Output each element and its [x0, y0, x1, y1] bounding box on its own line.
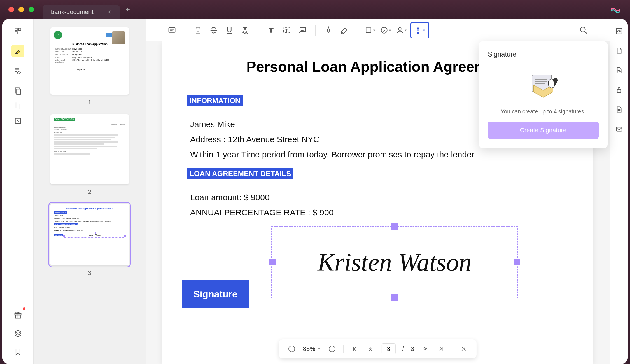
tab-close-icon[interactable]: × — [108, 8, 111, 16]
pdfa-icon[interactable]: F/A — [613, 64, 626, 77]
svg-rect-8 — [169, 27, 175, 32]
new-tab-button[interactable]: + — [125, 5, 130, 14]
svg-point-14 — [398, 27, 401, 30]
title-bar: bank-document × + — [0, 0, 630, 19]
pen-tool-icon[interactable] — [322, 24, 335, 37]
crop-tool-icon[interactable] — [11, 99, 24, 112]
popup-title: Signature — [488, 50, 599, 64]
left-tool-rail — [2, 19, 34, 364]
highlight-tool-icon[interactable] — [11, 45, 24, 57]
loan-section-label: LOAN AGREEMENT DETAILS — [187, 168, 293, 179]
convert-icon[interactable] — [613, 44, 626, 57]
svg-text:CR: CR — [617, 30, 621, 33]
thumbnail-page-1[interactable]: B Business Loan Application Name of Appl… — [50, 27, 129, 95]
signature-image: Kristen Watson — [318, 248, 471, 277]
thumbnail-page-2[interactable]: BANK STATEMENTS ACCOUNT AMOUNT Beginning… — [50, 114, 129, 184]
close-window-button[interactable] — [8, 7, 14, 12]
squiggly-icon[interactable] — [238, 24, 252, 37]
minimize-window-button[interactable] — [18, 7, 24, 12]
thumbnail-page-3[interactable]: Personal Loan Application Agreement Form… — [50, 204, 129, 265]
svg-rect-11 — [300, 27, 305, 32]
resize-handle-top[interactable] — [391, 223, 398, 230]
zoom-value[interactable]: 85%▼ — [303, 345, 321, 353]
thumb-number: 3 — [50, 269, 129, 277]
layers-icon[interactable] — [11, 327, 24, 340]
next-page-icon[interactable] — [421, 344, 430, 353]
tab-title: bank-document — [51, 8, 94, 16]
document-tab[interactable]: bank-document × — [43, 5, 120, 19]
scan-tool-icon[interactable] — [11, 115, 24, 127]
edit-tool-icon[interactable] — [11, 64, 24, 77]
text-box-icon[interactable]: T — [280, 24, 293, 37]
signature-label: Signature — [182, 280, 249, 308]
thumb-number: 2 — [50, 188, 129, 195]
resize-handle-bottom[interactable] — [391, 294, 398, 301]
last-page-icon[interactable] — [437, 344, 445, 353]
zoom-in-icon[interactable] — [328, 344, 337, 353]
zoom-out-icon[interactable] — [287, 344, 296, 353]
signature-popup: Signature You can create up to 4 signatu… — [479, 41, 608, 148]
doc-loan-amount: Loan amount: $ 9000 — [190, 193, 565, 202]
create-signature-button[interactable]: Create Signature — [488, 122, 599, 139]
svg-text:F/A: F/A — [617, 70, 620, 72]
callout-icon[interactable] — [296, 24, 309, 37]
svg-rect-4 — [17, 89, 20, 94]
strikethrough-icon[interactable] — [207, 24, 220, 37]
bookmark-icon[interactable] — [11, 346, 24, 358]
svg-text:T: T — [286, 28, 288, 32]
traffic-lights — [8, 7, 34, 12]
search-icon[interactable] — [577, 24, 590, 37]
popup-text: You can create up to 4 signatures. — [488, 108, 599, 115]
thumb3-title: Personal Loan Application Agreement Form — [54, 207, 125, 210]
signature-tool-icon[interactable]: ▼ — [410, 22, 429, 38]
note-tool-icon[interactable] — [165, 24, 179, 37]
maximize-window-button[interactable] — [29, 7, 34, 12]
encrypt-icon[interactable] — [613, 83, 626, 96]
ocr-icon[interactable]: CR — [613, 25, 626, 38]
resize-handle-right[interactable] — [514, 259, 520, 265]
svg-rect-12 — [366, 28, 371, 32]
page-number-input[interactable] — [382, 343, 396, 354]
page-separator: / — [402, 345, 404, 353]
signature-selection-box[interactable]: Kristen Watson — [271, 226, 518, 298]
page-total: 3 — [411, 345, 414, 353]
right-tool-rail: CR F/A — [610, 19, 628, 364]
thumb-number: 1 — [50, 99, 129, 106]
popup-illustration-icon — [488, 71, 599, 102]
text-tool-icon[interactable] — [264, 24, 278, 37]
prev-page-icon[interactable] — [366, 344, 375, 353]
underline-icon[interactable] — [223, 24, 236, 37]
doc-period: Within 1 year Time period from today, Bo… — [190, 150, 565, 159]
close-bar-icon[interactable] — [459, 344, 468, 353]
thumbnails-icon[interactable] — [11, 25, 24, 38]
bottom-nav-bar: 85%▼ / 3 — [279, 339, 477, 358]
svg-point-15 — [580, 27, 585, 32]
svg-rect-25 — [616, 127, 622, 131]
annotation-toolbar: T ▼ ▼ ▼ ▼ — [146, 19, 610, 41]
gift-icon[interactable] — [11, 309, 24, 321]
doc-apr: ANNUAI PERCENTAGE RATE : $ 900 — [190, 208, 565, 217]
redact-icon[interactable] — [613, 103, 626, 116]
eraser-tool-icon[interactable] — [337, 24, 351, 37]
svg-rect-23 — [617, 90, 621, 93]
stamp-tool-icon[interactable]: ▼ — [379, 24, 393, 37]
highlight-icon[interactable] — [191, 24, 205, 37]
page-tool-icon[interactable] — [11, 84, 24, 97]
person-tool-icon[interactable]: ▼ — [395, 24, 408, 37]
svg-rect-24 — [618, 109, 620, 110]
email-icon[interactable] — [613, 123, 626, 136]
svg-rect-1 — [18, 28, 21, 31]
shape-tool-icon[interactable]: ▼ — [363, 24, 377, 37]
svg-rect-0 — [15, 28, 17, 31]
thumb2-header: BANK STATEMENTS — [54, 118, 75, 121]
thumbnail-panel: B Business Loan Application Name of Appl… — [34, 19, 146, 364]
svg-rect-2 — [15, 32, 17, 34]
first-page-icon[interactable] — [350, 344, 359, 353]
app-brand-icon — [610, 4, 622, 15]
info-section-label: INFORMATION — [187, 95, 243, 106]
resize-handle-left[interactable] — [269, 259, 276, 265]
